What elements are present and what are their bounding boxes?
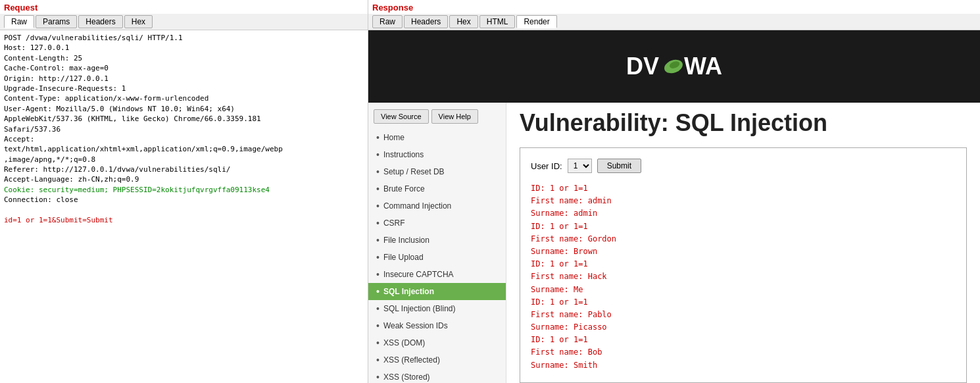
sidebar-item-command-injection[interactable]: Command Injection bbox=[368, 197, 506, 215]
user-id-label: User ID: bbox=[531, 161, 562, 171]
sidebar-item-file-upload[interactable]: File Upload bbox=[368, 249, 506, 266]
sidebar-item-setup[interactable]: Setup / Reset DB bbox=[368, 163, 506, 180]
request-tab-params[interactable]: Params bbox=[36, 15, 77, 28]
request-panel: Request Raw Params Headers Hex POST /dvw… bbox=[0, 0, 368, 383]
dvwa-logo-leaf-icon bbox=[658, 53, 684, 80]
sidebar-item-file-inclusion[interactable]: File Inclusion bbox=[368, 232, 506, 249]
dvwa-logo-text: DV bbox=[626, 53, 659, 80]
page-title: Vulnerability: SQL Injection bbox=[520, 109, 967, 137]
response-tab-bar: Raw Headers Hex HTML Render bbox=[368, 14, 980, 30]
dvwa-main: Vulnerability: SQL Injection User ID: 1 … bbox=[506, 103, 980, 383]
request-body: POST /dvwa/vulnerabilities/sqli/ HTTP/1.… bbox=[0, 30, 368, 383]
request-tab-headers[interactable]: Headers bbox=[78, 15, 122, 28]
form-row: User ID: 1 2 3 Submit bbox=[531, 159, 956, 173]
sidebar-buttons: View Source View Help bbox=[368, 107, 506, 129]
dvwa-sidebar: View Source View Help Home Instructions … bbox=[368, 103, 506, 383]
sidebar-item-insecure-captcha[interactable]: Insecure CAPTCHA bbox=[368, 266, 506, 283]
result-output: ID: 1 or 1=1First name: adminSurname: ad… bbox=[531, 182, 956, 372]
submit-button[interactable]: Submit bbox=[597, 159, 641, 173]
sidebar-item-xss-stored[interactable]: XSS (Stored) bbox=[368, 369, 506, 383]
sidebar-nav: Home Instructions Setup / Reset DB Brute… bbox=[368, 129, 506, 383]
dvwa-logo: DV WA bbox=[626, 53, 722, 80]
dvwa-logo-text2: WA bbox=[684, 53, 722, 80]
dvwa-header: DV WA bbox=[368, 30, 980, 103]
view-help-button[interactable]: View Help bbox=[431, 109, 478, 124]
request-title: Request bbox=[0, 0, 368, 14]
sidebar-item-sql-injection[interactable]: SQL Injection bbox=[368, 283, 506, 300]
view-source-button[interactable]: View Source bbox=[374, 109, 429, 124]
response-tab-html[interactable]: HTML bbox=[479, 15, 516, 28]
sidebar-item-instructions[interactable]: Instructions bbox=[368, 146, 506, 163]
response-title: Response bbox=[368, 0, 980, 14]
dvwa-render-area: DV WA View Source View Help Home Instruc… bbox=[368, 30, 980, 383]
vuln-form: User ID: 1 2 3 Submit ID: 1 or 1=1First … bbox=[520, 147, 967, 383]
response-tab-render[interactable]: Render bbox=[516, 15, 556, 28]
sidebar-item-sql-injection-blind[interactable]: SQL Injection (Blind) bbox=[368, 300, 506, 317]
request-tab-hex[interactable]: Hex bbox=[124, 15, 153, 28]
request-tab-bar: Raw Params Headers Hex bbox=[0, 14, 368, 30]
sidebar-item-home[interactable]: Home bbox=[368, 129, 506, 146]
user-id-select[interactable]: 1 2 3 bbox=[568, 159, 592, 173]
sidebar-item-csrf[interactable]: CSRF bbox=[368, 215, 506, 232]
sidebar-item-xss-dom[interactable]: XSS (DOM) bbox=[368, 334, 506, 351]
request-tab-raw[interactable]: Raw bbox=[4, 15, 34, 28]
sidebar-item-xss-reflected[interactable]: XSS (Reflected) bbox=[368, 351, 506, 369]
response-tab-headers[interactable]: Headers bbox=[404, 15, 448, 28]
response-tab-hex[interactable]: Hex bbox=[449, 15, 478, 28]
sidebar-item-weak-session-ids[interactable]: Weak Session IDs bbox=[368, 317, 506, 334]
response-tab-raw[interactable]: Raw bbox=[372, 15, 403, 28]
dvwa-content: View Source View Help Home Instructions … bbox=[368, 103, 980, 383]
sidebar-item-brute-force[interactable]: Brute Force bbox=[368, 180, 506, 197]
response-panel: Response Raw Headers Hex HTML Render DV … bbox=[368, 0, 980, 383]
